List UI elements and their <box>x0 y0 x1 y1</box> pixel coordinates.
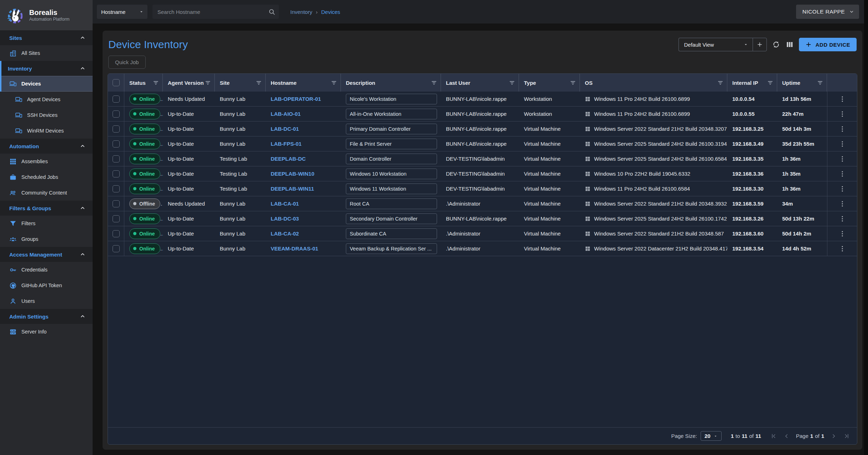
filter-list-icon[interactable] <box>256 80 262 86</box>
row-checkbox[interactable] <box>113 245 120 252</box>
sidebar-item-community-content[interactable]: Community Content <box>0 185 93 201</box>
sidebar-item-github-api-token[interactable]: GitHub API Token <box>0 278 93 293</box>
column-header-site[interactable]: Site <box>215 74 266 92</box>
hostname-link[interactable]: LAB-DC-01 <box>271 126 299 132</box>
filter-list-icon[interactable] <box>717 80 723 86</box>
hostname-link[interactable]: LAB-OPERATOR-01 <box>271 96 321 102</box>
user-menu-button[interactable]: NICOLE RAPPE <box>796 5 859 19</box>
sidebar-section-access-management[interactable]: Access Management <box>0 247 93 262</box>
refresh-icon[interactable] <box>772 40 780 49</box>
description-input[interactable]: Domain Controller <box>346 154 437 164</box>
breadcrumb-inventory[interactable]: Inventory <box>290 9 312 15</box>
sidebar-item-ssh-devices[interactable]: SSH Devices <box>0 107 93 123</box>
description-input[interactable]: Subordinate CA <box>346 228 437 239</box>
kebab-menu-icon[interactable] <box>838 230 846 238</box>
filter-list-icon[interactable] <box>509 80 515 86</box>
kebab-menu-icon[interactable] <box>838 170 846 178</box>
filter-list-icon[interactable] <box>331 80 337 86</box>
search-field-selector[interactable]: Hostname <box>97 5 147 19</box>
page-size-selector[interactable]: 20 <box>701 431 722 441</box>
first-page-icon[interactable] <box>770 433 777 439</box>
filter-list-icon[interactable] <box>767 80 773 86</box>
row-checkbox[interactable] <box>113 200 120 207</box>
select-all-checkbox[interactable] <box>113 79 120 86</box>
next-page-icon[interactable] <box>831 433 837 439</box>
add-view-button[interactable] <box>753 38 767 51</box>
kebab-menu-icon[interactable] <box>838 155 846 163</box>
hostname-link[interactable]: LAB-FPS-01 <box>271 141 302 147</box>
hostname-link[interactable]: DEEPLAB-WIN10 <box>271 171 315 177</box>
sidebar-item-users[interactable]: Users <box>0 293 93 309</box>
row-checkbox[interactable] <box>113 155 120 162</box>
sidebar-item-agent-devices[interactable]: Agent Devices <box>0 92 93 107</box>
sidebar-item-server-info[interactable]: Server Info <box>0 324 93 340</box>
description-input[interactable]: Root CA <box>346 198 437 209</box>
add-device-button[interactable]: ADD DEVICE <box>799 38 857 51</box>
filter-list-icon[interactable] <box>153 80 159 86</box>
column-header-last-user[interactable]: Last User <box>441 74 519 92</box>
hostname-link[interactable]: LAB-DC-03 <box>271 216 299 222</box>
filter-list-icon[interactable] <box>205 80 211 86</box>
sidebar-section-filters-groups[interactable]: Filters & Groups <box>0 201 93 216</box>
hostname-link[interactable]: LAB-CA-01 <box>271 201 299 207</box>
window-scrollbar[interactable] <box>864 0 868 455</box>
hostname-link[interactable]: VEEAM-DRAAS-01 <box>271 245 318 252</box>
sidebar-section-automation[interactable]: Automation <box>0 139 93 154</box>
sidebar-item-devices[interactable]: Devices <box>0 76 93 92</box>
breadcrumb-devices[interactable]: Devices <box>321 9 340 15</box>
description-input[interactable]: Windows 11 Workstation <box>346 183 437 194</box>
kebab-menu-icon[interactable] <box>838 185 846 193</box>
column-header-status[interactable]: Status <box>124 74 163 92</box>
sidebar-item-credentials[interactable]: Credentials <box>0 262 93 278</box>
row-checkbox[interactable] <box>113 215 120 222</box>
hostname-link[interactable]: DEEPLAB-WIN11 <box>271 186 314 192</box>
kebab-menu-icon[interactable] <box>838 200 846 208</box>
filter-list-icon[interactable] <box>431 80 437 86</box>
last-page-icon[interactable] <box>843 433 850 439</box>
quick-job-button[interactable]: Quick Job <box>108 56 146 69</box>
kebab-menu-icon[interactable] <box>838 95 846 103</box>
search-icon[interactable] <box>268 8 275 15</box>
sidebar-item-groups[interactable]: Groups <box>0 231 93 247</box>
description-input[interactable]: File & Print Server <box>346 139 437 149</box>
description-input[interactable]: Secondary Domain Controller <box>346 213 437 224</box>
kebab-menu-icon[interactable] <box>838 245 846 253</box>
sidebar-item-winrm-devices[interactable]: WinRM Devices <box>0 123 93 139</box>
row-checkbox[interactable] <box>113 125 120 133</box>
sidebar-section-sites[interactable]: Sites <box>0 30 93 45</box>
column-header-agent-version[interactable]: Agent Version <box>163 74 215 92</box>
hostname-link[interactable]: LAB-AIO-01 <box>271 111 301 117</box>
prev-page-icon[interactable] <box>783 433 790 439</box>
description-input[interactable]: Primary Domain Controller <box>346 124 437 134</box>
kebab-menu-icon[interactable] <box>838 125 846 133</box>
kebab-menu-icon[interactable] <box>838 140 846 148</box>
sidebar-item-scheduled-jobs[interactable]: Scheduled Jobs <box>0 169 93 185</box>
sidebar-item-assemblies[interactable]: Assemblies <box>0 154 93 169</box>
description-input[interactable]: All-in-One Workstation <box>346 109 437 119</box>
view-selector[interactable]: Default View <box>679 38 753 51</box>
row-checkbox[interactable] <box>113 110 120 118</box>
row-checkbox[interactable] <box>113 95 120 103</box>
sidebar-item-all-sites[interactable]: All Sites <box>0 45 93 61</box>
row-checkbox[interactable] <box>113 170 120 177</box>
column-header-hostname[interactable]: Hostname <box>266 74 341 92</box>
description-input[interactable]: Veeam Backup & Replication Ser ... <box>346 243 437 254</box>
filter-list-icon[interactable] <box>570 80 576 86</box>
columns-icon[interactable] <box>785 40 794 49</box>
filter-list-icon[interactable] <box>817 80 823 86</box>
row-checkbox[interactable] <box>113 185 120 192</box>
column-header-os[interactable]: OS <box>580 74 727 92</box>
sidebar-section-inventory[interactable]: Inventory <box>0 61 93 76</box>
description-input[interactable]: Nicole's Workstation <box>346 94 437 104</box>
kebab-menu-icon[interactable] <box>838 110 846 118</box>
row-checkbox[interactable] <box>113 230 120 237</box>
column-header-type[interactable]: Type <box>519 74 580 92</box>
column-header-internal-ip[interactable]: Internal IP <box>727 74 777 92</box>
description-input[interactable]: Windows 10 Workstation <box>346 169 437 179</box>
hostname-link[interactable]: DEEPLAB-DC <box>271 156 306 162</box>
column-header-description[interactable]: Description <box>341 74 441 92</box>
sidebar-section-admin-settings[interactable]: Admin Settings <box>0 309 93 324</box>
column-header-uptime[interactable]: Uptime <box>777 74 827 92</box>
search-input[interactable] <box>157 9 268 15</box>
sidebar-item-filters[interactable]: Filters <box>0 216 93 231</box>
